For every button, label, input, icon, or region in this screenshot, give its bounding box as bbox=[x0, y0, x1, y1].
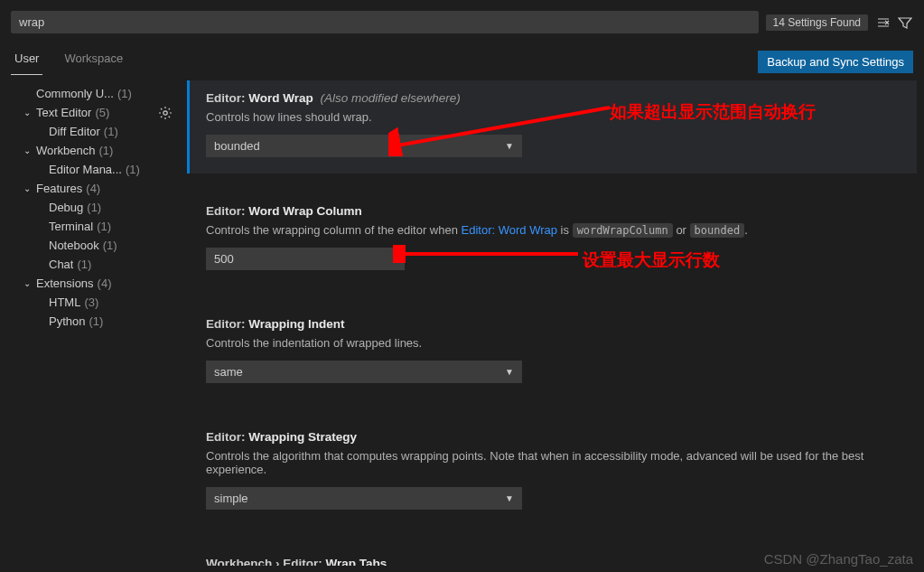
backup-sync-button[interactable]: Backup and Sync Settings bbox=[758, 51, 913, 73]
sidebar-item[interactable]: Chat(1) bbox=[7, 255, 173, 274]
modified-elsewhere-label: (Also modified elsewhere) bbox=[321, 91, 461, 105]
setting-wrapping-indent: Editor: Wrapping Indent Controls the ind… bbox=[187, 306, 917, 399]
filter-icon[interactable] bbox=[897, 14, 913, 31]
sidebar-item[interactable]: HTML(3) bbox=[7, 293, 173, 312]
tree-count: (1) bbox=[103, 239, 117, 252]
sidebar-item[interactable]: Python(1) bbox=[7, 312, 173, 331]
settings-search-input[interactable] bbox=[11, 11, 759, 33]
settings-content: Editor: Word Wrap (Also modified elsewhe… bbox=[176, 75, 924, 566]
clear-search-icon[interactable] bbox=[875, 14, 891, 31]
results-count-badge: 14 Settings Found bbox=[766, 14, 868, 31]
gear-icon[interactable] bbox=[157, 105, 173, 121]
chevron-down-icon: ⌄ bbox=[23, 183, 36, 193]
setting-description: Controls the indentation of wrapped line… bbox=[206, 336, 901, 350]
tree-label: Features bbox=[36, 182, 82, 195]
tree-label: Extensions bbox=[36, 277, 94, 290]
chevron-down-icon: ▼ bbox=[505, 493, 514, 503]
setting-group: Editor: bbox=[206, 204, 246, 218]
setting-word-wrap-column: Editor: Word Wrap Column Controls the wr… bbox=[187, 193, 917, 286]
tree-label: Terminal bbox=[49, 220, 93, 233]
sidebar-item[interactable]: Terminal(1) bbox=[7, 217, 173, 236]
word-wrap-column-input[interactable] bbox=[206, 248, 405, 270]
tree-count: (4) bbox=[98, 277, 112, 290]
tree-count: (1) bbox=[77, 258, 91, 271]
setting-name: Word Wrap Column bbox=[248, 204, 362, 218]
setting-description: Controls how lines should wrap. bbox=[206, 110, 901, 124]
tree-label: Debug bbox=[49, 201, 83, 214]
tree-count: (1) bbox=[126, 163, 140, 176]
sidebar-item[interactable]: ⌄Text Editor(5) bbox=[7, 103, 173, 122]
tree-label: Text Editor bbox=[36, 106, 91, 119]
tab-workspace[interactable]: Workspace bbox=[61, 48, 126, 75]
sidebar-item[interactable]: ⌄Features(4) bbox=[7, 179, 173, 198]
word-wrap-select[interactable]: bounded ▼ bbox=[206, 135, 522, 157]
setting-name: Wrap Tabs bbox=[326, 557, 387, 566]
watermark: CSDN @ZhangTao_zata bbox=[764, 551, 913, 567]
tree-count: (1) bbox=[117, 87, 132, 100]
setting-group: Workbench › Editor: bbox=[206, 557, 322, 566]
tree-count: (1) bbox=[99, 144, 114, 157]
sidebar-item[interactable]: ⌄Extensions(4) bbox=[7, 274, 173, 293]
settings-tree: Commonly U...(1)⌄Text Editor(5)Diff Edit… bbox=[0, 75, 176, 566]
tree-count: (1) bbox=[104, 125, 118, 138]
sidebar-item[interactable]: Editor Mana...(1) bbox=[7, 160, 173, 179]
sidebar-item[interactable]: Notebook(1) bbox=[7, 236, 173, 255]
setting-group: Editor: bbox=[206, 91, 246, 105]
chevron-down-icon: ⌄ bbox=[23, 108, 36, 117]
chevron-down-icon: ⌄ bbox=[23, 145, 36, 155]
tab-user[interactable]: User bbox=[11, 48, 42, 75]
tree-label: Chat bbox=[49, 258, 73, 271]
svg-point-0 bbox=[163, 111, 167, 115]
tree-label: Editor Mana... bbox=[49, 163, 122, 176]
setting-name: Wrapping Indent bbox=[248, 317, 344, 331]
tree-count: (3) bbox=[84, 295, 98, 309]
tree-count: (1) bbox=[97, 220, 111, 233]
tree-label: Workbench bbox=[36, 144, 96, 157]
sidebar-item[interactable]: Diff Editor(1) bbox=[7, 122, 173, 141]
sidebar-item[interactable]: ⌄Workbench(1) bbox=[7, 141, 173, 160]
editor-word-wrap-link[interactable]: Editor: Word Wrap bbox=[462, 223, 557, 237]
tree-label: Commonly U... bbox=[36, 87, 114, 100]
chevron-down-icon: ⌄ bbox=[23, 278, 36, 288]
setting-wrapping-strategy: Editor: Wrapping Strategy Controls the a… bbox=[187, 419, 917, 526]
tree-label: Notebook bbox=[49, 239, 99, 252]
setting-description: Controls the algorithm that computes wra… bbox=[206, 449, 901, 476]
chevron-down-icon: ▼ bbox=[505, 367, 514, 377]
setting-name: Word Wrap bbox=[248, 91, 313, 105]
sidebar-item[interactable]: Commonly U...(1) bbox=[7, 84, 173, 103]
setting-group: Editor: bbox=[206, 430, 246, 444]
setting-name: Wrapping Strategy bbox=[248, 430, 357, 444]
tree-label: Diff Editor bbox=[49, 125, 100, 138]
tree-count: (4) bbox=[86, 182, 100, 195]
tree-count: (1) bbox=[87, 201, 101, 214]
setting-word-wrap: Editor: Word Wrap (Also modified elsewhe… bbox=[187, 80, 917, 173]
wrapping-strategy-select[interactable]: simple ▼ bbox=[206, 487, 522, 510]
tree-label: HTML bbox=[49, 295, 80, 309]
tree-label: Python bbox=[49, 314, 85, 328]
setting-group: Editor: bbox=[206, 317, 246, 331]
chevron-down-icon: ▼ bbox=[505, 141, 514, 151]
wrapping-indent-select[interactable]: same ▼ bbox=[206, 361, 522, 383]
tree-count: (1) bbox=[89, 314, 103, 328]
setting-description: Controls the wrapping column of the edit… bbox=[206, 223, 901, 237]
sidebar-item[interactable]: Debug(1) bbox=[7, 198, 173, 217]
tree-count: (5) bbox=[95, 106, 109, 119]
